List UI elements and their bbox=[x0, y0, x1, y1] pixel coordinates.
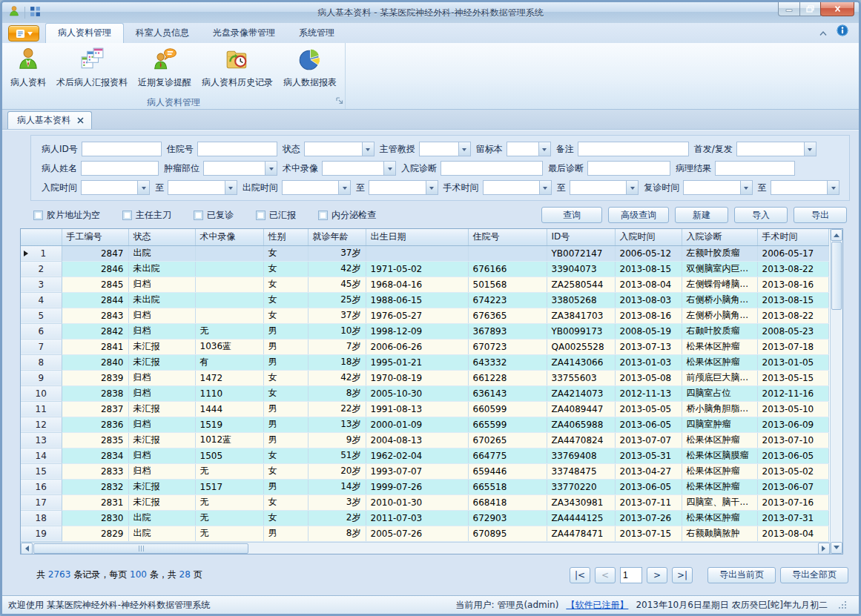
table-row[interactable]: 62842归档无男10岁1998-12-09367893YB0099173200… bbox=[21, 323, 828, 339]
chevron-down-icon[interactable] bbox=[225, 181, 237, 194]
column-header[interactable]: 住院号 bbox=[468, 229, 547, 245]
cell[interactable]: 14岁 bbox=[308, 479, 366, 494]
cell[interactable]: 2013-05-05 bbox=[615, 401, 682, 417]
select-all-header[interactable] bbox=[21, 229, 62, 245]
cell[interactable]: 出院 bbox=[128, 526, 195, 541]
cell[interactable]: ZA3430981 bbox=[547, 494, 615, 510]
cell[interactable]: 2841 bbox=[62, 339, 128, 354]
cell[interactable]: 右额颞脑脓肿 bbox=[682, 526, 757, 541]
cell[interactable]: 无 bbox=[195, 494, 263, 510]
filter-combo[interactable] bbox=[81, 180, 150, 195]
cell[interactable]: 1517 bbox=[195, 479, 263, 494]
cell[interactable]: 女 bbox=[263, 494, 308, 510]
row-header[interactable]: 18 bbox=[21, 510, 62, 526]
cell[interactable]: 左额叶胶质瘤 bbox=[682, 245, 757, 261]
ribbon-button-data-report[interactable]: 病人数据报表 bbox=[278, 44, 342, 90]
checkbox-box[interactable] bbox=[194, 211, 203, 220]
cell[interactable]: 2013-07-07 bbox=[615, 432, 682, 448]
cell[interactable]: 668418 bbox=[468, 494, 547, 510]
cell[interactable]: 2013-08-22 bbox=[757, 261, 828, 276]
ribbon-tab-2[interactable]: 科室人员信息 bbox=[124, 24, 201, 43]
cell[interactable]: 367893 bbox=[468, 323, 547, 339]
row-header[interactable]: 1 bbox=[21, 245, 62, 261]
app-menu-button[interactable] bbox=[8, 25, 39, 42]
cell[interactable]: 有 bbox=[195, 354, 263, 370]
cell[interactable]: 1472 bbox=[195, 370, 263, 385]
ribbon-tab-4[interactable]: 系统管理 bbox=[287, 24, 346, 43]
cell[interactable]: 1993-07-07 bbox=[366, 463, 468, 479]
column-header[interactable]: 入院诊断 bbox=[682, 229, 757, 245]
row-header[interactable]: 17 bbox=[21, 494, 62, 510]
table-row[interactable]: 122836归档1519男13岁2000-01-09665599ZA406598… bbox=[21, 417, 828, 432]
cell[interactable]: 670723 bbox=[468, 339, 547, 354]
cell[interactable]: YB0072147 bbox=[547, 245, 615, 261]
cell[interactable]: 676365 bbox=[468, 308, 547, 323]
cell[interactable]: 2843 bbox=[62, 308, 128, 323]
cell[interactable]: 四脑室、脑干... bbox=[682, 494, 757, 510]
cell[interactable]: 2013-06-05 bbox=[757, 448, 828, 463]
cell[interactable]: 右颞叶胶质瘤 bbox=[682, 323, 757, 339]
cell[interactable]: 1991-08-13 bbox=[366, 401, 468, 417]
cell[interactable]: 出院 bbox=[128, 510, 195, 526]
cell[interactable]: 无 bbox=[195, 510, 263, 526]
cell[interactable]: 1968-04-16 bbox=[366, 276, 468, 292]
cell[interactable] bbox=[468, 245, 547, 261]
cell[interactable]: 2012-11-16 bbox=[757, 385, 828, 401]
cell[interactable]: ZA4143066 bbox=[547, 354, 615, 370]
row-header[interactable]: 14 bbox=[21, 448, 62, 463]
cell[interactable]: 双侧脑室内巨... bbox=[682, 261, 757, 276]
last-page-button[interactable]: >| bbox=[672, 567, 693, 583]
cell[interactable]: 2011-07-03 bbox=[366, 510, 468, 526]
cell[interactable]: 33805268 bbox=[547, 292, 615, 308]
export-current-page-button[interactable]: 导出当前页 bbox=[707, 567, 776, 583]
table-row[interactable]: 92839归档1472女42岁1970-08-19661228337556032… bbox=[21, 370, 828, 385]
table-row[interactable]: 12847出院女37岁YB00721472006-05-12左额叶胶质瘤2006… bbox=[21, 245, 828, 261]
filter-combo[interactable] bbox=[282, 180, 351, 195]
cell[interactable]: 1976-05-27 bbox=[366, 308, 468, 323]
cell[interactable]: 2835 bbox=[62, 432, 128, 448]
scroll-up-icon[interactable] bbox=[831, 229, 842, 241]
cell[interactable]: 2013-01-03 bbox=[615, 354, 682, 370]
cell[interactable]: 1012蓝 bbox=[195, 432, 263, 448]
cell[interactable]: 660599 bbox=[468, 401, 547, 417]
column-header[interactable]: 性别 bbox=[263, 229, 308, 245]
chevron-down-icon[interactable] bbox=[827, 181, 839, 194]
cell[interactable]: 无 bbox=[195, 463, 263, 479]
cell[interactable]: ZA4214073 bbox=[547, 385, 615, 401]
column-header[interactable]: ID号 bbox=[547, 229, 615, 245]
scroll-left-icon[interactable] bbox=[21, 543, 33, 554]
filter-input[interactable] bbox=[587, 161, 670, 176]
cell[interactable]: 左侧蝶骨嵴脑... bbox=[682, 276, 757, 292]
table-row[interactable]: 22846未出院女42岁1971-05-02676166339040732013… bbox=[21, 261, 828, 276]
table-row[interactable]: 72841未汇报1036蓝男7岁2006-06-26670723QA002552… bbox=[21, 339, 828, 354]
cell[interactable]: 女 bbox=[263, 463, 308, 479]
table-row[interactable]: 52843归档女37岁1976-05-27676365ZA38417032013… bbox=[21, 308, 828, 323]
filter-combo[interactable] bbox=[771, 180, 839, 195]
filter-input[interactable] bbox=[82, 142, 162, 156]
cell[interactable]: 2013-07-31 bbox=[757, 510, 828, 526]
chevron-down-icon[interactable] bbox=[383, 162, 395, 175]
page-number-input[interactable] bbox=[620, 567, 642, 583]
cell[interactable] bbox=[195, 292, 263, 308]
cell[interactable]: 2845 bbox=[62, 276, 128, 292]
cell[interactable]: 男 bbox=[263, 526, 308, 541]
cell[interactable]: 松果体区肿瘤 bbox=[682, 510, 757, 526]
cell[interactable]: 女 bbox=[263, 276, 308, 292]
cell[interactable]: 33748475 bbox=[547, 463, 615, 479]
cell[interactable]: 归档 bbox=[128, 276, 195, 292]
ribbon-button-patient-info[interactable]: 病人资料 bbox=[5, 44, 51, 90]
cell[interactable]: 2005-07-26 bbox=[366, 526, 468, 541]
table-row[interactable]: 102838归档1110女8岁2005-10-30636143ZA4214073… bbox=[21, 385, 828, 401]
scroll-down-icon[interactable] bbox=[831, 542, 842, 554]
cell[interactable]: 2012-11-13 bbox=[615, 385, 682, 401]
cell[interactable]: 2837 bbox=[62, 401, 128, 417]
filter-input[interactable] bbox=[715, 161, 795, 176]
close-button[interactable] bbox=[820, 2, 854, 16]
cell[interactable]: 松果体区肿瘤 bbox=[682, 354, 757, 370]
cell[interactable]: 2833 bbox=[62, 463, 128, 479]
cell[interactable]: 2013-05-10 bbox=[757, 401, 828, 417]
cell[interactable]: 未出院 bbox=[128, 292, 195, 308]
table-row[interactable]: 132835未汇报1012蓝男9岁2004-08-13670265ZA44708… bbox=[21, 432, 828, 448]
checkbox-box[interactable] bbox=[33, 211, 43, 220]
cell[interactable]: 男 bbox=[263, 479, 308, 494]
